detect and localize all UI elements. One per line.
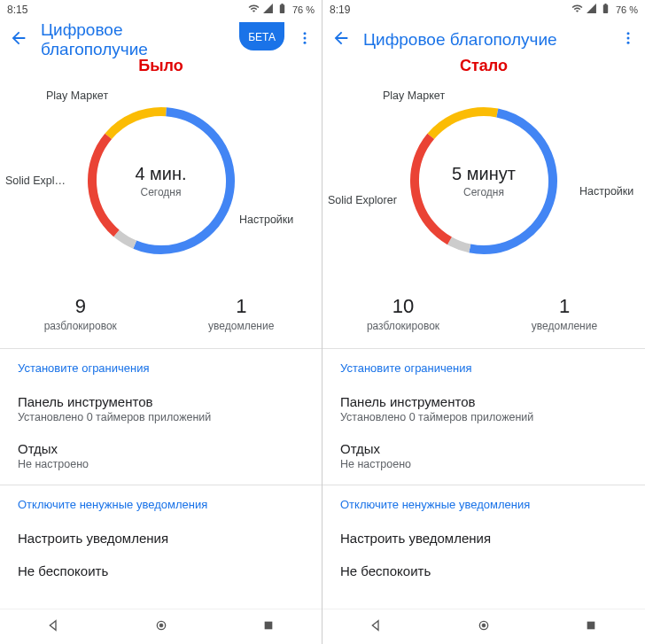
settings-item[interactable]: Настроить уведомления bbox=[340, 522, 627, 555]
item-primary: Не беспокоить bbox=[340, 563, 627, 578]
stat-block[interactable]: 1 уведомление bbox=[161, 295, 322, 332]
stat-block[interactable]: 9 разблокировок bbox=[0, 295, 161, 332]
nav-home-button[interactable] bbox=[477, 618, 491, 636]
stat-block[interactable]: 10 разблокировок bbox=[322, 295, 484, 332]
nav-back-button[interactable] bbox=[369, 618, 384, 636]
stat-label: разблокировок bbox=[322, 320, 484, 332]
settings-item[interactable]: Панель инструментов Установлено 0 таймер… bbox=[18, 385, 304, 432]
status-bar: 8:15 76 % bbox=[0, 0, 322, 19]
system-nav-bar bbox=[0, 609, 322, 644]
item-primary: Не беспокоить bbox=[18, 563, 304, 578]
chart-label-left: Solid Expl… bbox=[5, 175, 66, 187]
status-time: 8:19 bbox=[330, 4, 571, 16]
settings-item[interactable]: Панель инструментов Установлено 0 таймер… bbox=[340, 385, 627, 432]
svg-point-1 bbox=[304, 37, 307, 40]
comparison-label: Стало bbox=[322, 57, 645, 75]
stat-label: уведомление bbox=[161, 320, 322, 332]
back-button[interactable] bbox=[331, 28, 351, 51]
screen-time-value: 5 минут bbox=[452, 164, 516, 184]
overflow-menu-button[interactable] bbox=[620, 30, 636, 50]
screen-time-sub: Сегодня bbox=[452, 186, 516, 198]
section-notifications: Отключите ненужные уведомления Настроить… bbox=[322, 485, 645, 593]
stat-number: 1 bbox=[484, 295, 645, 318]
section-title: Установите ограничения bbox=[18, 361, 304, 375]
nav-recent-button[interactable] bbox=[584, 618, 598, 636]
section-limits: Установите ограничения Панель инструмент… bbox=[322, 349, 645, 485]
stats-row: 9 разблокировок 1 уведомление bbox=[0, 283, 322, 348]
settings-item[interactable]: Не беспокоить bbox=[18, 555, 304, 587]
section-notifications: Отключите ненужные уведомления Настроить… bbox=[0, 485, 322, 593]
section-limits: Установите ограничения Панель инструмент… bbox=[0, 349, 322, 485]
donut-center: 4 мин. Сегодня bbox=[135, 164, 186, 198]
svg-point-18 bbox=[482, 624, 486, 627]
item-primary: Отдых bbox=[18, 441, 304, 456]
svg-point-11 bbox=[627, 37, 630, 40]
item-primary: Настроить уведомления bbox=[18, 531, 304, 546]
battery-text: 76 % bbox=[616, 4, 638, 15]
stat-number: 10 bbox=[322, 295, 484, 318]
settings-item[interactable]: Не беспокоить bbox=[340, 555, 627, 587]
screenshot-pane: 8:19 76 % Цифровое благополучие Стало 5 … bbox=[322, 0, 645, 644]
screen-time-value: 4 мин. bbox=[135, 164, 186, 184]
stat-label: разблокировок bbox=[0, 320, 161, 332]
settings-item[interactable]: Отдых Не настроено bbox=[340, 432, 627, 479]
nav-home-button[interactable] bbox=[154, 618, 168, 636]
status-time: 8:15 bbox=[7, 4, 248, 16]
settings-item[interactable]: Отдых Не настроено bbox=[18, 432, 304, 479]
signal-icon bbox=[262, 3, 274, 17]
beta-badge: БЕТА bbox=[239, 22, 284, 50]
svg-point-12 bbox=[627, 42, 630, 44]
system-nav-bar bbox=[322, 609, 645, 644]
stat-number: 9 bbox=[0, 295, 161, 318]
usage-donut-chart[interactable]: 4 мин. Сегодня Play Маркет Solid Expl… Н… bbox=[0, 79, 322, 283]
nav-recent-button[interactable] bbox=[261, 618, 276, 636]
svg-point-10 bbox=[627, 32, 630, 35]
battery-text: 76 % bbox=[292, 4, 315, 15]
signal-icon bbox=[586, 3, 597, 17]
item-secondary: Не настроено bbox=[18, 458, 304, 470]
svg-point-2 bbox=[304, 42, 307, 44]
comparison-label: Было bbox=[0, 57, 322, 75]
screenshot-pane: 8:15 76 % Цифровое благополучие БЕТА Был… bbox=[0, 0, 322, 644]
usage-donut-chart[interactable]: 5 минут Сегодня Play Маркет Solid Explor… bbox=[322, 79, 645, 283]
battery-icon bbox=[600, 3, 611, 17]
settings-item[interactable]: Настроить уведомления bbox=[18, 522, 304, 555]
screen-time-sub: Сегодня bbox=[135, 186, 186, 198]
item-secondary: Установлено 0 таймеров приложений bbox=[18, 411, 304, 423]
battery-icon bbox=[276, 3, 288, 17]
chart-label-right: Настройки bbox=[239, 213, 293, 226]
section-title: Установите ограничения bbox=[340, 361, 627, 375]
wifi-icon bbox=[571, 3, 583, 17]
wifi-icon bbox=[248, 3, 260, 17]
item-primary: Панель инструментов bbox=[340, 394, 627, 409]
overflow-menu-button[interactable] bbox=[297, 30, 313, 50]
page-title: Цифровое благополучие bbox=[363, 30, 608, 50]
stats-row: 10 разблокировок 1 уведомление bbox=[322, 283, 645, 348]
chart-label-left: Solid Explorer bbox=[328, 194, 397, 206]
stat-label: уведомление bbox=[484, 320, 645, 332]
svg-point-0 bbox=[304, 32, 307, 35]
donut-center: 5 минут Сегодня bbox=[452, 164, 516, 198]
item-primary: Панель инструментов bbox=[18, 394, 304, 409]
nav-back-button[interactable] bbox=[47, 618, 61, 636]
svg-rect-9 bbox=[265, 622, 272, 629]
item-secondary: Установлено 0 таймеров приложений bbox=[340, 411, 627, 423]
status-bar: 8:19 76 % bbox=[322, 0, 645, 19]
svg-point-8 bbox=[159, 624, 163, 627]
back-button[interactable] bbox=[9, 28, 28, 51]
chart-label-top: Play Маркет bbox=[383, 89, 445, 102]
app-bar: Цифровое благополучие bbox=[322, 19, 645, 60]
item-secondary: Не настроено bbox=[340, 458, 627, 470]
item-primary: Отдых bbox=[340, 441, 627, 456]
chart-label-right: Настройки bbox=[579, 185, 633, 198]
item-primary: Настроить уведомления bbox=[340, 531, 627, 546]
stat-number: 1 bbox=[161, 295, 322, 318]
page-title: Цифровое благополучие bbox=[41, 20, 227, 59]
chart-label-top: Play Маркет bbox=[46, 89, 108, 102]
app-bar: Цифровое благополучие БЕТА bbox=[0, 19, 322, 60]
svg-rect-19 bbox=[587, 622, 594, 629]
section-title: Отключите ненужные уведомления bbox=[340, 498, 627, 511]
stat-block[interactable]: 1 уведомление bbox=[484, 295, 645, 332]
section-title: Отключите ненужные уведомления bbox=[18, 498, 304, 511]
